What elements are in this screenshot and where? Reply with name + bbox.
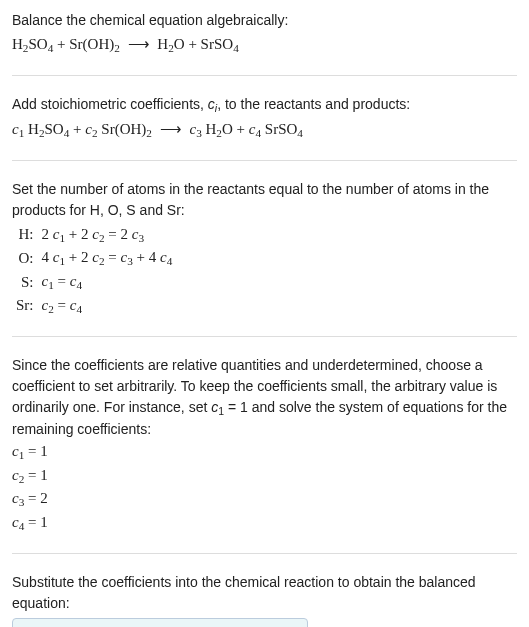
- element-equation: 2 c1 + 2 c2 = 2 c3: [38, 223, 177, 247]
- element-label: O:: [12, 246, 38, 270]
- coef-solution-list: c1 = 1 c2 = 1 c3 = 2 c4 = 1: [12, 440, 517, 535]
- equation-with-ci: c1 H2SO4 + c2 Sr(OH)2 ⟶ c3 H2O + c4 SrSO…: [12, 118, 517, 142]
- element-equation: c1 = c4: [38, 270, 177, 294]
- add-coef-text: Add stoichiometric coefficients, ci, to …: [12, 94, 517, 116]
- element-label: H:: [12, 223, 38, 247]
- element-equation-table: H: 2 c1 + 2 c2 = 2 c3 O: 4 c1 + 2 c2 = c…: [12, 223, 176, 318]
- answer-box: Answer: H2SO4 + Sr(OH)2 ⟶ 2 H2O + SrSO4: [12, 618, 308, 627]
- add-coef-text-b: , to the reactants and products:: [217, 96, 410, 112]
- intro-text: Balance the chemical equation algebraica…: [12, 10, 517, 31]
- element-equation: c2 = c4: [38, 294, 177, 318]
- add-coef-text-a: Add stoichiometric coefficients,: [12, 96, 208, 112]
- substitute-text: Substitute the coefficients into the che…: [12, 572, 517, 614]
- section-add-coefficients: Add stoichiometric coefficients, ci, to …: [12, 94, 517, 161]
- element-label: S:: [12, 270, 38, 294]
- element-label: Sr:: [12, 294, 38, 318]
- section-solve: Since the coefficients are relative quan…: [12, 355, 517, 554]
- coef-line: c4 = 1: [12, 511, 517, 535]
- equation-unbalanced: H2SO4 + Sr(OH)2 ⟶ H2O + SrSO4: [12, 33, 517, 57]
- element-equation: 4 c1 + 2 c2 = c3 + 4 c4: [38, 246, 177, 270]
- table-row: Sr: c2 = c4: [12, 294, 176, 318]
- coef-line: c1 = 1: [12, 440, 517, 464]
- coef-line: c3 = 2: [12, 487, 517, 511]
- solve-text: Since the coefficients are relative quan…: [12, 355, 517, 440]
- section-atom-equations: Set the number of atoms in the reactants…: [12, 179, 517, 337]
- section-balance-intro: Balance the chemical equation algebraica…: [12, 10, 517, 76]
- table-row: H: 2 c1 + 2 c2 = 2 c3: [12, 223, 176, 247]
- table-row: S: c1 = c4: [12, 270, 176, 294]
- ci-var: c: [208, 96, 215, 112]
- table-row: O: 4 c1 + 2 c2 = c3 + 4 c4: [12, 246, 176, 270]
- atom-eq-text: Set the number of atoms in the reactants…: [12, 179, 517, 221]
- section-substitute: Substitute the coefficients into the che…: [12, 572, 517, 627]
- coef-line: c2 = 1: [12, 464, 517, 488]
